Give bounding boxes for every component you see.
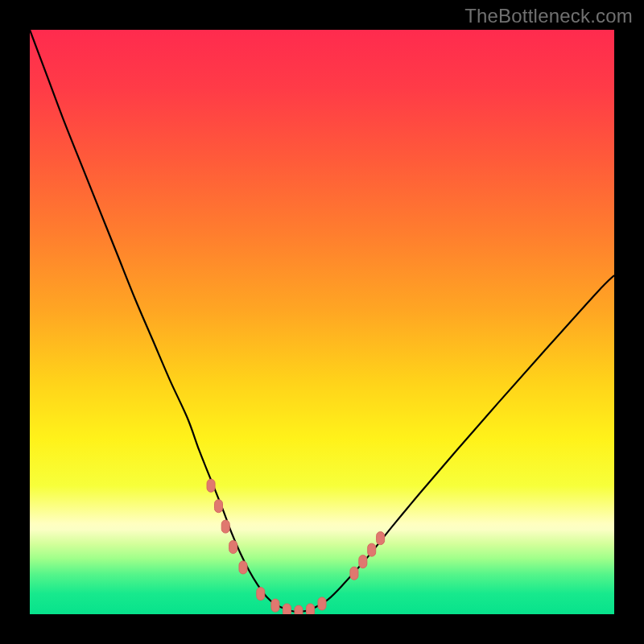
curve-marker (368, 543, 376, 556)
curve-marker (271, 599, 279, 612)
curve-marker (257, 588, 265, 601)
watermark-text: TheBottleneck.com (464, 5, 633, 27)
curve-marker (306, 604, 314, 614)
curve-marker (295, 605, 303, 614)
curve-marker (283, 604, 291, 614)
curve-marker (377, 532, 385, 545)
bottleneck-curve (30, 30, 614, 612)
curve-marker (318, 597, 326, 610)
curve-marker (229, 541, 237, 554)
curve-layer (30, 30, 614, 614)
curve-marker (214, 500, 222, 513)
curve-marker (350, 567, 358, 580)
plot-area (30, 30, 614, 614)
chart-frame: TheBottleneck.com (0, 0, 644, 644)
curve-marker (359, 555, 367, 568)
curve-marker (221, 520, 229, 533)
curve-marker (239, 561, 247, 574)
curve-marker (207, 479, 215, 492)
curve-markers (207, 479, 385, 614)
